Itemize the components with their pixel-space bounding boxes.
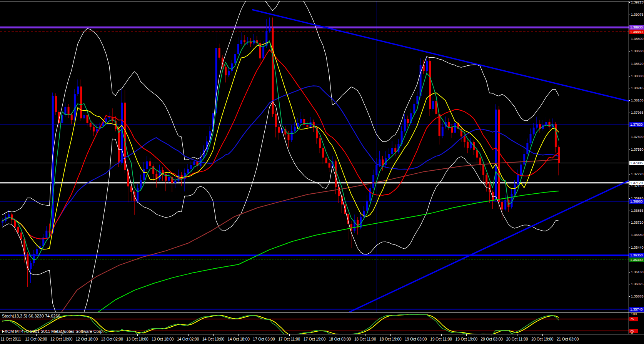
time-tick-mark (11, 334, 11, 336)
time-tick-mark (62, 334, 62, 336)
candle-body (501, 202, 503, 209)
time-axis-label: 18 Oct 03:00 (329, 337, 351, 341)
candle-body (225, 67, 227, 75)
time-tick-mark (390, 334, 391, 336)
price-tick-mark (629, 64, 630, 64)
bollinger-lower-band (2, 102, 559, 324)
candles-layer[interactable] (2, 18, 560, 287)
candle-body (482, 165, 484, 175)
candle-body (413, 104, 415, 113)
price-axis-label: 1.38380 (631, 74, 644, 78)
candle-body (137, 188, 138, 201)
candle-body (366, 201, 368, 211)
candle-body (287, 135, 289, 140)
price-tick-mark (629, 100, 630, 101)
candle-body (149, 161, 151, 166)
candle-body (159, 170, 161, 179)
candle-body (391, 148, 393, 154)
candle-body (319, 138, 321, 148)
candle-body (146, 161, 148, 169)
time-axis-label: 20 Oct 11:00 (506, 337, 528, 341)
candle-body (118, 129, 120, 163)
candle-body (303, 119, 305, 125)
candle-body (8, 214, 10, 217)
candle-body (451, 127, 453, 133)
price-axis-label: 1.39215 (631, 0, 644, 5)
main-chart-canvas[interactable] (0, 0, 644, 344)
price-axis-label: 1.38245 (631, 86, 644, 90)
time-axis-label: 20 Oct 03:00 (481, 337, 503, 341)
candle-body (77, 86, 79, 94)
time-axis-label: 17 Oct 11:00 (279, 337, 300, 341)
candle-body (536, 124, 538, 128)
candle-body (454, 123, 456, 133)
candle-body (369, 188, 371, 201)
candle-body (416, 96, 418, 104)
time-axis-label: 14 Oct 18:00 (228, 337, 250, 341)
candle-body (193, 161, 195, 165)
candle-body (379, 160, 380, 165)
candle-body (530, 134, 532, 143)
candle-body (486, 175, 487, 184)
price-axis-label: 1.36025 (631, 282, 644, 286)
candle-body (143, 169, 145, 180)
price-tick-mark (629, 150, 630, 150)
time-axis-label: 18 Oct 11:00 (354, 337, 376, 341)
slow-green-ma (98, 191, 559, 312)
time-axis-label: 13 Oct 10:00 (126, 337, 148, 341)
candle-body (555, 124, 557, 147)
price-line-label: 1.38930 (629, 25, 644, 30)
time-tick-mark (137, 334, 138, 336)
descending-trendline[interactable] (252, 10, 629, 101)
candle-body (407, 119, 409, 123)
mt4-chart-window: 1.392151.390751.388001.386601.385201.383… (0, 0, 644, 344)
candle-body (228, 71, 230, 75)
candle-body (514, 184, 516, 194)
price-axis-label: 1.39075 (631, 13, 644, 17)
main-plot-area[interactable] (0, 0, 629, 324)
time-tick-mark (188, 334, 189, 336)
time-tick-mark (466, 334, 467, 336)
candle-body (240, 40, 242, 44)
candle-body (432, 101, 434, 109)
candle-body (382, 160, 384, 165)
time-tick-mark (289, 334, 290, 336)
price-tick-mark (629, 174, 630, 174)
price-axis-label: 1.36440 (631, 246, 644, 250)
time-axis-label: 13 Oct 02:00 (101, 337, 123, 341)
price-axis-label: 1.36720 (631, 221, 644, 225)
candle-body (448, 122, 450, 127)
price-tick-mark (629, 15, 630, 15)
candle-body (504, 200, 506, 209)
candle-body (300, 119, 302, 123)
time-tick-mark (264, 334, 264, 336)
price-axis-label: 1.37550 (631, 148, 644, 152)
candle-body (33, 254, 35, 263)
price-axis-label: 1.36580 (631, 233, 644, 237)
candle-body (190, 165, 192, 169)
candle-body (520, 165, 522, 175)
price-tick-mark (629, 51, 630, 52)
candle-body (310, 122, 312, 127)
candle-body (388, 154, 390, 158)
candle-body (71, 115, 73, 120)
candle-body (17, 227, 19, 233)
price-line-label: 1.37830 (629, 122, 644, 127)
candle-body (45, 231, 47, 238)
ascending-trendline[interactable] (349, 181, 629, 312)
candle-body (262, 46, 264, 58)
candle-body (517, 175, 519, 184)
candle-body (105, 118, 107, 122)
time-axis-label: 12 Oct 10:00 (50, 337, 72, 341)
price-line-label: 1.37170 (629, 181, 644, 185)
price-tick-mark (629, 211, 630, 211)
stochastic-indicator-label: Stoch(13,3,5) 66.3230 74.6266 (2, 314, 60, 318)
candle-body (439, 114, 440, 136)
candle-body (174, 181, 176, 183)
price-line-label: 1.37395 (629, 161, 644, 165)
candle-body (90, 123, 92, 127)
price-axis-label: 1.37965 (631, 111, 644, 115)
time-axis-label: 13 Oct 18:00 (152, 337, 174, 341)
time-tick-mark (87, 334, 87, 336)
time-tick-mark (112, 334, 112, 336)
